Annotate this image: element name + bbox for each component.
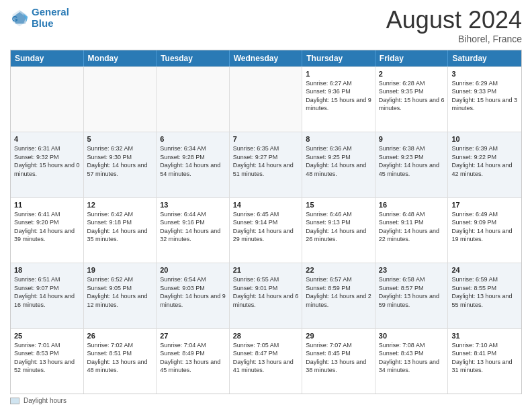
day-number: 12 <box>87 201 153 209</box>
cal-cell-day-4: 4Sunrise: 6:31 AM Sunset: 9:32 PM Daylig… <box>11 132 84 197</box>
calendar-body: 1Sunrise: 6:27 AM Sunset: 9:36 PM Daylig… <box>11 66 521 394</box>
cal-cell-day-31: 31Sunrise: 7:10 AM Sunset: 8:41 PM Dayli… <box>448 329 521 394</box>
footer: Daylight hours <box>10 397 522 404</box>
cal-cell-day-10: 10Sunrise: 6:39 AM Sunset: 9:22 PM Dayli… <box>448 132 521 197</box>
calendar: SundayMondayTuesdayWednesdayThursdayFrid… <box>10 50 522 394</box>
month-title: August 2024 <box>386 7 522 34</box>
day-number: 6 <box>160 135 226 143</box>
day-number: 24 <box>451 266 518 274</box>
cal-cell-day-14: 14Sunrise: 6:45 AM Sunset: 9:14 PM Dayli… <box>230 198 303 263</box>
day-info: Sunrise: 6:52 AM Sunset: 9:05 PM Dayligh… <box>87 275 153 309</box>
day-info: Sunrise: 6:31 AM Sunset: 9:32 PM Dayligh… <box>14 144 80 178</box>
day-number: 8 <box>306 135 371 143</box>
day-number: 22 <box>306 266 371 274</box>
day-number: 20 <box>160 266 226 274</box>
day-number: 19 <box>87 266 153 274</box>
cal-cell-day-7: 7Sunrise: 6:35 AM Sunset: 9:27 PM Daylig… <box>230 132 303 197</box>
logo-text: General Blue <box>32 7 69 29</box>
logo-icon: G <box>10 9 29 28</box>
cal-cell-empty-r0c0 <box>11 67 84 132</box>
day-info: Sunrise: 6:29 AM Sunset: 9:33 PM Dayligh… <box>451 79 518 113</box>
cal-cell-day-22: 22Sunrise: 6:57 AM Sunset: 8:59 PM Dayli… <box>302 263 375 328</box>
cal-row-2: 11Sunrise: 6:41 AM Sunset: 9:20 PM Dayli… <box>11 197 521 263</box>
cal-cell-day-25: 25Sunrise: 7:01 AM Sunset: 8:53 PM Dayli… <box>11 329 84 394</box>
cal-cell-day-17: 17Sunrise: 6:49 AM Sunset: 9:09 PM Dayli… <box>448 198 521 263</box>
day-number: 11 <box>14 201 80 209</box>
day-number: 15 <box>306 201 371 209</box>
cal-cell-day-19: 19Sunrise: 6:52 AM Sunset: 9:05 PM Dayli… <box>84 263 157 328</box>
location: Bihorel, France <box>386 34 522 44</box>
day-number: 14 <box>233 201 299 209</box>
cal-cell-day-3: 3Sunrise: 6:29 AM Sunset: 9:33 PM Daylig… <box>448 67 521 132</box>
day-number: 31 <box>451 332 518 340</box>
cal-cell-day-2: 2Sunrise: 6:28 AM Sunset: 9:35 PM Daylig… <box>375 67 449 132</box>
day-number: 23 <box>379 266 445 274</box>
cal-header-friday: Friday <box>375 50 449 66</box>
day-number: 18 <box>14 266 80 274</box>
day-info: Sunrise: 6:57 AM Sunset: 8:59 PM Dayligh… <box>306 275 371 309</box>
page: G General Blue August 2024 Bihorel, Fran… <box>0 0 532 411</box>
day-number: 30 <box>379 332 445 340</box>
day-info: Sunrise: 6:32 AM Sunset: 9:30 PM Dayligh… <box>87 144 153 178</box>
day-info: Sunrise: 6:51 AM Sunset: 9:07 PM Dayligh… <box>14 275 80 309</box>
day-number: 28 <box>233 332 299 340</box>
day-info: Sunrise: 6:59 AM Sunset: 8:55 PM Dayligh… <box>451 275 518 309</box>
day-info: Sunrise: 7:02 AM Sunset: 8:51 PM Dayligh… <box>87 341 153 375</box>
cal-row-3: 18Sunrise: 6:51 AM Sunset: 9:07 PM Dayli… <box>11 263 521 328</box>
cal-cell-day-5: 5Sunrise: 6:32 AM Sunset: 9:30 PM Daylig… <box>84 132 157 197</box>
cal-header-wednesday: Wednesday <box>230 50 303 66</box>
day-number: 21 <box>233 266 299 274</box>
cal-cell-empty-r0c3 <box>230 67 303 132</box>
cal-cell-day-1: 1Sunrise: 6:27 AM Sunset: 9:36 PM Daylig… <box>302 67 375 132</box>
cal-row-4: 25Sunrise: 7:01 AM Sunset: 8:53 PM Dayli… <box>11 328 521 394</box>
day-info: Sunrise: 6:34 AM Sunset: 9:28 PM Dayligh… <box>160 144 226 178</box>
cal-cell-day-16: 16Sunrise: 6:48 AM Sunset: 9:11 PM Dayli… <box>375 198 449 263</box>
header: G General Blue August 2024 Bihorel, Fran… <box>10 7 522 44</box>
day-info: Sunrise: 6:35 AM Sunset: 9:27 PM Dayligh… <box>233 144 299 178</box>
day-info: Sunrise: 6:49 AM Sunset: 9:09 PM Dayligh… <box>451 210 518 244</box>
day-info: Sunrise: 7:10 AM Sunset: 8:41 PM Dayligh… <box>451 341 518 375</box>
day-info: Sunrise: 6:46 AM Sunset: 9:13 PM Dayligh… <box>306 210 371 244</box>
logo: G General Blue <box>10 7 69 29</box>
cal-cell-day-13: 13Sunrise: 6:44 AM Sunset: 9:16 PM Dayli… <box>157 198 230 263</box>
cal-cell-day-12: 12Sunrise: 6:42 AM Sunset: 9:18 PM Dayli… <box>84 198 157 263</box>
day-info: Sunrise: 6:27 AM Sunset: 9:36 PM Dayligh… <box>306 79 371 113</box>
day-info: Sunrise: 6:28 AM Sunset: 9:35 PM Dayligh… <box>379 79 445 113</box>
cal-cell-day-15: 15Sunrise: 6:46 AM Sunset: 9:13 PM Dayli… <box>302 198 375 263</box>
daylight-legend-label: Daylight hours <box>24 397 66 404</box>
day-number: 4 <box>14 135 80 143</box>
day-info: Sunrise: 6:41 AM Sunset: 9:20 PM Dayligh… <box>14 210 80 244</box>
cal-cell-day-27: 27Sunrise: 7:04 AM Sunset: 8:49 PM Dayli… <box>157 329 230 394</box>
day-info: Sunrise: 7:08 AM Sunset: 8:43 PM Dayligh… <box>379 341 445 375</box>
day-number: 27 <box>160 332 226 340</box>
day-number: 16 <box>379 201 445 209</box>
day-number: 17 <box>451 201 518 209</box>
day-info: Sunrise: 7:04 AM Sunset: 8:49 PM Dayligh… <box>160 341 226 375</box>
title-block: August 2024 Bihorel, France <box>386 7 522 44</box>
day-number: 10 <box>451 135 518 143</box>
day-number: 13 <box>160 201 226 209</box>
cal-cell-day-21: 21Sunrise: 6:55 AM Sunset: 9:01 PM Dayli… <box>230 263 303 328</box>
day-number: 5 <box>87 135 153 143</box>
day-number: 25 <box>14 332 80 340</box>
day-info: Sunrise: 6:48 AM Sunset: 9:11 PM Dayligh… <box>379 210 445 244</box>
day-info: Sunrise: 6:58 AM Sunset: 8:57 PM Dayligh… <box>379 275 445 309</box>
cal-cell-day-23: 23Sunrise: 6:58 AM Sunset: 8:57 PM Dayli… <box>375 263 449 328</box>
cal-cell-day-18: 18Sunrise: 6:51 AM Sunset: 9:07 PM Dayli… <box>11 263 84 328</box>
cal-cell-empty-r0c2 <box>157 67 230 132</box>
cal-cell-day-20: 20Sunrise: 6:54 AM Sunset: 9:03 PM Dayli… <box>157 263 230 328</box>
day-number: 7 <box>233 135 299 143</box>
cal-cell-day-26: 26Sunrise: 7:02 AM Sunset: 8:51 PM Dayli… <box>84 329 157 394</box>
day-info: Sunrise: 6:55 AM Sunset: 9:01 PM Dayligh… <box>233 275 299 309</box>
cal-header-sunday: Sunday <box>11 50 84 66</box>
day-info: Sunrise: 7:01 AM Sunset: 8:53 PM Dayligh… <box>14 341 80 375</box>
day-number: 29 <box>306 332 371 340</box>
cal-row-1: 4Sunrise: 6:31 AM Sunset: 9:32 PM Daylig… <box>11 132 521 197</box>
cal-cell-day-29: 29Sunrise: 7:07 AM Sunset: 8:45 PM Dayli… <box>302 329 375 394</box>
day-info: Sunrise: 6:44 AM Sunset: 9:16 PM Dayligh… <box>160 210 226 244</box>
day-info: Sunrise: 6:42 AM Sunset: 9:18 PM Dayligh… <box>87 210 153 244</box>
svg-text:G: G <box>12 15 18 23</box>
day-number: 2 <box>379 70 445 78</box>
cal-cell-day-28: 28Sunrise: 7:05 AM Sunset: 8:47 PM Dayli… <box>230 329 303 394</box>
day-info: Sunrise: 6:39 AM Sunset: 9:22 PM Dayligh… <box>451 144 518 178</box>
